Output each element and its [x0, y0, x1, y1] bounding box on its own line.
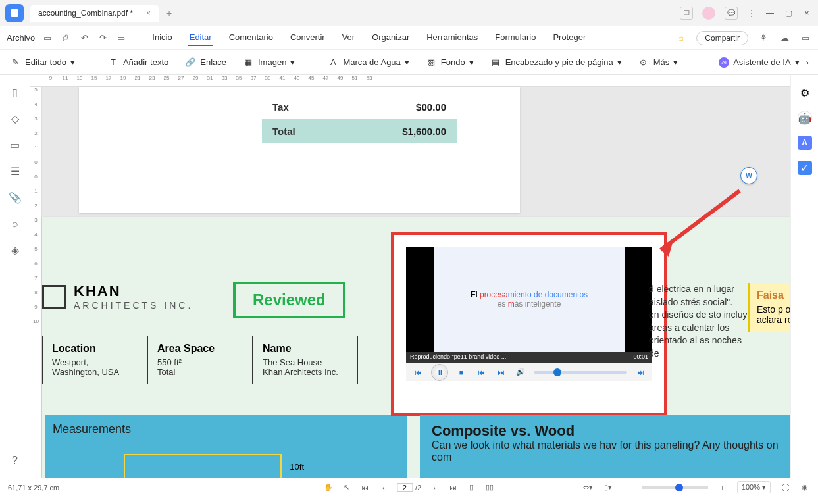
video-prev-icon[interactable]: ⏮ [474, 366, 488, 379]
area-header: Area Space [157, 343, 243, 355]
add-text-button[interactable]: T Añadir texto [107, 57, 168, 68]
reviewed-stamp: Reviewed [233, 282, 345, 318]
edit-all-label: Editar todo [25, 57, 66, 67]
undo-icon[interactable]: ↶ [78, 32, 90, 44]
horizontal-ruler: 9111315171921232527293133353739414345474… [30, 75, 790, 87]
video-volume-icon[interactable]: 🔊 [514, 366, 527, 379]
fullscreen-icon[interactable]: ⛶ [780, 482, 790, 493]
fit-width-icon[interactable]: ⇔▾ [583, 482, 594, 493]
tab-herramientas[interactable]: Herramientas [425, 30, 479, 46]
panel-icon[interactable]: ❐ [680, 7, 693, 20]
tab-formulario[interactable]: Formulario [494, 30, 537, 46]
translate-icon[interactable]: A [798, 136, 812, 150]
menubar: Archivo ▭ ⎙ ↶ ↷ ▭ Inicio Editar Comentar… [0, 26, 818, 50]
help-icon[interactable]: ? [9, 454, 22, 467]
robot-icon[interactable]: 🤖 [798, 111, 812, 125]
name-v2: Khan Architects Inc. [263, 367, 348, 377]
prev-page-icon[interactable]: ‹ [378, 482, 389, 493]
bookmark-icon[interactable]: ◇ [9, 112, 22, 125]
edit-all-button[interactable]: ✎ Editar todo▾ [9, 57, 75, 68]
ai-label: Asistente de IA [733, 57, 790, 67]
sliders-icon[interactable]: ⚙ [798, 86, 812, 100]
more-button[interactable]: ⊙ Más▾ [638, 57, 678, 68]
next-page-icon[interactable]: › [429, 482, 440, 493]
video-player[interactable]: El procesamiento de documentos es más in… [406, 247, 652, 352]
document-viewport[interactable]: 9111315171921232527293133353739414345474… [30, 75, 790, 478]
tab-title: accounting_Combinar.pdf * [38, 9, 133, 18]
window-maximize[interactable]: ▢ [784, 9, 793, 18]
video-seek-slider[interactable] [534, 371, 627, 374]
attachment-icon[interactable]: 📎 [9, 191, 22, 204]
tab-comentario[interactable]: Comentario [228, 30, 274, 46]
panel2-icon[interactable]: ▭ [800, 32, 811, 44]
image-button[interactable]: ▦ Imagen▾ [242, 57, 295, 68]
cloud-icon[interactable]: ☁ [779, 32, 790, 44]
fields-icon[interactable]: ☰ [9, 164, 22, 178]
check-icon[interactable]: ✓ [798, 161, 812, 175]
page-number-input[interactable] [397, 483, 413, 492]
window-minimize[interactable]: — [765, 9, 775, 18]
two-page-icon[interactable]: ▯▯ [484, 482, 495, 493]
lightbulb-icon[interactable]: ☼ [675, 32, 687, 44]
tab-editar[interactable]: Editar [188, 30, 213, 46]
hand-tool-icon[interactable]: ✋ [323, 482, 334, 493]
share-button[interactable]: Compartir [696, 31, 748, 45]
link-icon: 🔗 [184, 57, 196, 68]
watermark-icon: A [327, 57, 339, 68]
image-icon: ▦ [242, 57, 254, 68]
export-word-icon[interactable]: W [740, 167, 757, 184]
bg-label: Fondo [441, 57, 465, 67]
select-tool-icon[interactable]: ↖ [342, 482, 352, 493]
fit-page-icon[interactable]: ▯▾ [603, 482, 613, 493]
video-forward-fast-icon[interactable]: ⏭ [634, 366, 647, 379]
video-next-icon[interactable]: ⏭ [494, 366, 507, 379]
thumbnails-icon[interactable]: ▯ [9, 86, 22, 99]
print-icon[interactable]: ▭ [115, 32, 127, 44]
more-menu-icon[interactable]: ⋮ [747, 8, 756, 18]
tab-convertir[interactable]: Convertir [289, 30, 326, 46]
document-tab[interactable]: accounting_Combinar.pdf * × [30, 5, 159, 22]
ai-assistant-button[interactable]: AI Asistente de IA▾› [719, 57, 809, 68]
tab-organizar[interactable]: Organizar [371, 30, 411, 46]
open-icon[interactable]: ▭ [41, 32, 53, 44]
save-icon[interactable]: ⎙ [60, 32, 72, 44]
add-tab-button[interactable]: + [166, 8, 172, 18]
zoom-level[interactable]: 100% ▾ [737, 481, 771, 493]
tab-proteger[interactable]: Proteger [551, 30, 587, 46]
zoom-out-icon[interactable]: − [623, 482, 633, 493]
image-label: Imagen [258, 57, 286, 67]
file-menu[interactable]: Archivo [7, 33, 35, 43]
layers-icon[interactable]: ◈ [9, 243, 22, 257]
page-2: KHAN ARCHITECTS INC. Reviewed Location W… [42, 217, 790, 478]
watermark-button[interactable]: A Marca de Agua▾ [327, 57, 409, 68]
share-link-icon[interactable]: ⚘ [757, 32, 769, 44]
video-screen: El procesamiento de documentos es más in… [434, 247, 625, 352]
chat-icon[interactable]: 💬 [725, 7, 738, 20]
sticky-note[interactable]: Faisa Esto p otra re aclara revisa [748, 283, 790, 332]
background-icon: ▧ [425, 57, 437, 68]
video-stop-icon[interactable]: ■ [455, 366, 468, 379]
redo-icon[interactable]: ↷ [97, 32, 109, 44]
last-page-icon[interactable]: ⏭ [447, 482, 458, 493]
video-pause-icon[interactable]: ⏸ [431, 364, 448, 381]
first-page-icon[interactable]: ⏮ [360, 482, 371, 493]
window-close[interactable]: × [802, 9, 811, 18]
background-button[interactable]: ▧ Fondo▾ [425, 57, 474, 68]
text-icon: T [107, 57, 119, 68]
v-l2c: ás inteligente [515, 299, 561, 309]
area-v1: 550 ft² [157, 357, 243, 367]
comment-panel-icon[interactable]: ▭ [9, 138, 22, 151]
tab-close-icon[interactable]: × [146, 9, 151, 18]
user-avatar[interactable] [702, 7, 715, 20]
link-button[interactable]: 🔗 Enlace [184, 57, 226, 68]
single-page-icon[interactable]: ▯ [466, 482, 476, 493]
header-footer-button[interactable]: ▤ Encabezado y pie de página▾ [490, 57, 622, 68]
zoom-slider[interactable] [642, 486, 708, 489]
read-mode-icon[interactable]: ◉ [800, 482, 810, 493]
video-rewind-fast-icon[interactable]: ⏮ [411, 366, 424, 379]
tab-inicio[interactable]: Inicio [151, 30, 173, 46]
zoom-in-icon[interactable]: + [717, 482, 728, 493]
tab-ver[interactable]: Ver [341, 30, 357, 46]
search-icon[interactable]: ⌕ [9, 217, 22, 230]
cursor-position: 61,71 x 29,7 cm [8, 484, 59, 491]
